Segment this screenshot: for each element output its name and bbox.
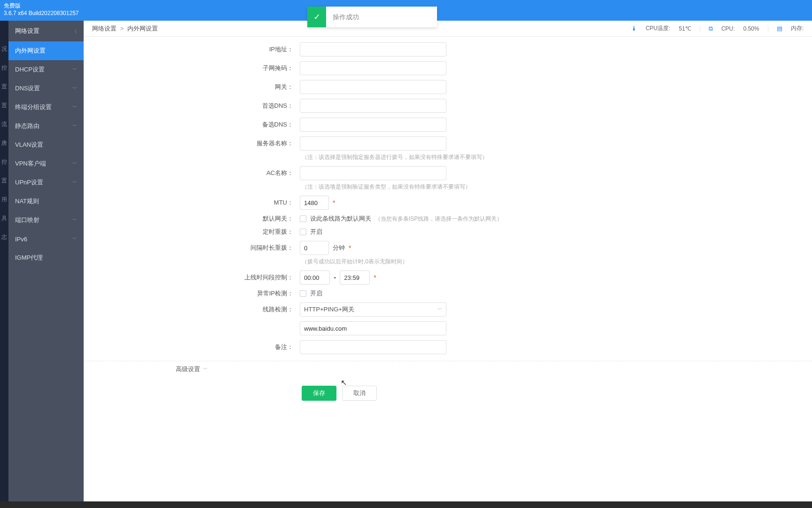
chevron-down-icon: ﹀ — [72, 160, 77, 167]
sidebar-title: 网络设置 — [15, 27, 39, 35]
sidebar-item-group[interactable]: 终端分组设置 ﹀ — [8, 98, 84, 117]
remark-label: 备注： — [84, 343, 300, 351]
rail-icon[interactable]: 志 — [0, 228, 8, 246]
sidebar-item-portmap[interactable]: 端口映射 ﹀ — [8, 211, 84, 230]
top-bar: 免费版 3.6.7 x64 Build202208301257 ✓ 操作成功 — [0, 0, 812, 21]
redial-cbx-label: 开启 — [310, 228, 322, 236]
line-check-select[interactable]: HTTP+PING+网关 ﹀ — [300, 302, 446, 317]
cpu-temp-label: CPU温度: — [646, 24, 671, 32]
time-sep: - — [334, 273, 336, 282]
rail-icon[interactable]: 控 — [0, 58, 8, 77]
sidebar-item-igmp[interactable]: IGMP代理 — [8, 248, 84, 267]
mem-label: 内存: — [791, 24, 804, 32]
sidebar-item-upnp[interactable]: UPnP设置 ﹀ — [8, 173, 84, 192]
interval-hint: （拨号成功以后开始计时,0表示无限时间） — [84, 258, 812, 266]
rail-icon[interactable]: 置 — [0, 77, 8, 96]
chevron-down-icon: ﹀ — [72, 66, 77, 73]
gateway-input[interactable] — [300, 80, 446, 94]
default-gw-label: 默认网关： — [84, 214, 300, 223]
sidebar-item-label: UPnP设置 — [15, 178, 43, 187]
dns1-input[interactable] — [300, 99, 446, 113]
time-from-input[interactable] — [300, 270, 330, 285]
ac-hint: （注：该选项是强制验证服务类型，如果没有特殊要求请不要填写） — [84, 183, 812, 191]
sidebar-item-ipv6[interactable]: IPv6 ﹀ — [8, 230, 84, 248]
rail-icon[interactable]: 控 — [0, 152, 8, 171]
interval-input[interactable] — [300, 241, 329, 255]
rail-icon[interactable]: 用 — [0, 190, 8, 209]
sidebar-item-label: IPv6 — [15, 236, 27, 243]
chevron-down-icon: ﹀ — [72, 179, 77, 186]
sidebar-item-label: 端口映射 — [15, 216, 39, 224]
sidebar-item-nat[interactable]: NAT规则 — [8, 192, 84, 211]
sidebar-item-dhcp[interactable]: DHCP设置 ﹀ — [8, 60, 84, 79]
sidebar-item-vpn[interactable]: VPN客户端 ﹀ — [8, 154, 84, 173]
chevron-down-icon: ﹀ — [203, 366, 208, 373]
ac-label: AC名称： — [84, 169, 300, 177]
sidebar: 网络设置 〉 内外网设置 DHCP设置 ﹀ DNS设置 ﹀ 终端分组设置 ﹀ 静… — [8, 21, 84, 508]
breadcrumb-leaf: 内外网设置 — [127, 25, 158, 32]
memory-icon: ▤ — [777, 25, 782, 32]
sidebar-item-static-route[interactable]: 静态路由 ﹀ — [8, 117, 84, 135]
default-gw-checkbox[interactable] — [300, 215, 306, 222]
ac-input[interactable] — [300, 166, 446, 180]
mask-label: 子网掩码： — [84, 64, 300, 72]
sidebar-item-vlan[interactable]: VLAN设置 — [8, 135, 84, 154]
line-check-value: HTTP+PING+网关 — [304, 305, 354, 314]
advanced-toggle[interactable]: 高级设置 ﹀ — [84, 361, 812, 377]
chevron-down-icon: ﹀ — [72, 104, 77, 111]
line-check-url-input[interactable] — [300, 321, 446, 335]
sidebar-item-dns[interactable]: DNS设置 ﹀ — [8, 79, 84, 98]
dns2-label: 备选DNS： — [84, 120, 300, 129]
sidebar-item-label: NAT规则 — [15, 197, 39, 206]
chevron-down-icon: ﹀ — [72, 85, 77, 92]
save-button[interactable]: 保存 — [302, 386, 336, 401]
form-area: IP地址： 子网掩码： 网关： 首选DNS： 备选DNS： 服务器名称： — [84, 37, 812, 508]
status-bar: 🌡 CPU温度: 51℃ ⧉ CPU: 0.50% ▤ 内存: — [631, 24, 804, 32]
sidebar-item-lanwan[interactable]: 内外网设置 — [8, 41, 84, 60]
thermometer-icon: 🌡 — [631, 25, 637, 32]
sidebar-item-label: VLAN设置 — [15, 141, 43, 149]
breadcrumb-sep: > — [120, 25, 124, 32]
breadcrumb-root[interactable]: 网络设置 — [92, 25, 117, 32]
rail-icon[interactable]: 唐 — [0, 134, 8, 152]
ip-label: IP地址： — [84, 45, 300, 54]
mtu-label: MTU： — [84, 198, 300, 207]
divider — [768, 25, 768, 32]
chevron-down-icon: ﹀ — [437, 306, 442, 313]
required-mark: * — [349, 244, 351, 252]
mtu-input[interactable] — [300, 196, 329, 210]
abnormal-ip-checkbox[interactable] — [300, 290, 306, 297]
cancel-button[interactable]: 取消 — [342, 386, 377, 401]
server-label: 服务器名称： — [84, 139, 300, 148]
cpu-temp-value: 51℃ — [679, 25, 691, 32]
sidebar-item-label: 内外网设置 — [15, 47, 46, 55]
chevron-down-icon: ﹀ — [72, 123, 77, 129]
chevron-down-icon: ﹀ — [72, 236, 77, 242]
chevron-left-icon: 〉 — [72, 28, 77, 35]
cpu-label: CPU: — [721, 25, 735, 32]
default-gw-cbx-label: 设此条线路为默认网关 — [310, 214, 371, 223]
ip-input[interactable] — [300, 42, 446, 56]
sidebar-header[interactable]: 网络设置 〉 — [8, 21, 84, 41]
advanced-label: 高级设置 — [176, 365, 200, 373]
os-taskbar[interactable] — [0, 501, 812, 508]
server-input[interactable] — [300, 136, 446, 151]
chevron-down-icon: ﹀ — [72, 217, 77, 223]
sidebar-item-label: 静态路由 — [15, 122, 39, 130]
rail-icon[interactable]: 具 — [0, 209, 8, 228]
cpu-icon: ⧉ — [709, 25, 713, 32]
remark-input[interactable] — [300, 340, 446, 354]
mask-input[interactable] — [300, 61, 446, 75]
rail-icon[interactable]: 况 — [0, 40, 8, 58]
rail-icon[interactable]: 流 — [0, 115, 8, 134]
default-gw-hint: （当您有多条ISP线路，请选择一条作为默认网关） — [375, 215, 502, 223]
rail-icon[interactable]: 置 — [0, 96, 8, 115]
time-control-label: 上线时间段控制： — [84, 273, 300, 282]
interval-label: 间隔时长重拨： — [84, 244, 300, 252]
rail-icon[interactable]: 置 — [0, 171, 8, 190]
time-to-input[interactable] — [340, 270, 370, 285]
icon-rail: 况 控 置 置 流 唐 控 置 用 具 志 — [0, 21, 8, 508]
redial-checkbox[interactable] — [300, 229, 306, 235]
dns2-input[interactable] — [300, 118, 446, 132]
sidebar-item-label: IGMP代理 — [15, 254, 43, 262]
